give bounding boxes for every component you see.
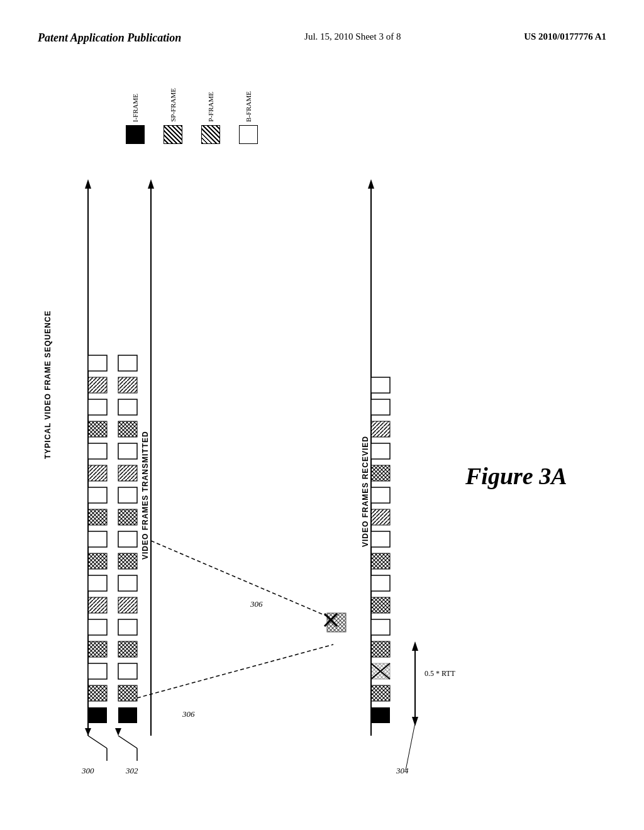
svg-rect-33 (118, 597, 137, 613)
svg-rect-23 (88, 355, 107, 371)
svg-rect-39 (118, 465, 137, 481)
spframe-box (164, 125, 182, 144)
svg-rect-14 (88, 553, 107, 569)
svg-text:VIDEO FRAMES TRANSMITTED: VIDEO FRAMES TRANSMITTED (141, 431, 150, 560)
svg-rect-35 (118, 553, 137, 569)
svg-rect-67 (371, 553, 390, 569)
svg-rect-18 (88, 465, 107, 481)
svg-rect-13 (88, 575, 107, 591)
svg-rect-58 (371, 707, 390, 723)
svg-rect-15 (88, 531, 107, 547)
svg-rect-59 (371, 685, 390, 701)
svg-rect-17 (88, 487, 107, 503)
svg-text:302: 302 (125, 766, 138, 775)
svg-rect-40 (118, 443, 137, 459)
svg-rect-34 (118, 575, 137, 591)
svg-line-3 (88, 736, 107, 748)
legend-item-pframe: P-FRAME (201, 92, 220, 144)
bframe-label: B-FRAME (245, 91, 252, 122)
svg-rect-65 (371, 597, 390, 613)
svg-rect-8 (88, 685, 107, 701)
svg-rect-22 (88, 377, 107, 393)
svg-rect-9 (88, 663, 107, 679)
svg-line-24 (118, 736, 137, 748)
svg-text:Figure 3A: Figure 3A (465, 463, 567, 489)
svg-rect-20 (88, 421, 107, 437)
pframe-box (201, 125, 220, 144)
page-header: Patent Application Publication Jul. 15, … (0, 31, 644, 45)
patent-number: US 2010/0177776 A1 (524, 31, 606, 42)
svg-marker-46 (148, 179, 154, 189)
svg-rect-69 (371, 509, 390, 525)
svg-rect-43 (118, 377, 137, 393)
svg-rect-21 (88, 399, 107, 415)
svg-text:VIDEO FRAMES RECEVIED: VIDEO FRAMES RECEVIED (361, 436, 370, 547)
svg-rect-12 (88, 597, 107, 613)
svg-rect-41 (118, 421, 137, 437)
svg-rect-66 (371, 575, 390, 591)
svg-rect-29 (118, 685, 137, 701)
legend-item-bframe: B-FRAME (239, 91, 258, 144)
svg-rect-44 (118, 355, 137, 371)
iframe-box (126, 125, 145, 144)
svg-line-81 (406, 723, 415, 770)
svg-rect-68 (371, 531, 390, 547)
svg-text:306: 306 (182, 709, 195, 719)
svg-rect-73 (371, 421, 390, 437)
svg-rect-63 (371, 641, 390, 657)
svg-text:0.5 * RTT: 0.5 * RTT (425, 669, 456, 678)
svg-marker-26 (115, 728, 121, 736)
legend-item-spframe: SP-FRAME (164, 88, 182, 144)
svg-rect-28 (118, 707, 137, 723)
svg-text:300: 300 (81, 766, 94, 775)
spframe-label: SP-FRAME (169, 88, 177, 122)
svg-line-53 (137, 645, 333, 698)
svg-rect-64 (371, 619, 390, 635)
svg-rect-42 (118, 399, 137, 415)
publication-title: Patent Application Publication (38, 31, 181, 45)
svg-rect-70 (371, 487, 390, 503)
svg-marker-78 (412, 717, 418, 726)
svg-rect-75 (371, 377, 390, 393)
iframe-label: I-FRAME (131, 94, 139, 122)
svg-rect-36 (118, 531, 137, 547)
svg-rect-19 (88, 443, 107, 459)
svg-marker-77 (412, 641, 418, 651)
svg-rect-37 (118, 509, 137, 525)
svg-rect-74 (371, 399, 390, 415)
svg-rect-16 (88, 509, 107, 525)
svg-rect-72 (371, 443, 390, 459)
legend: I-FRAME SP-FRAME P-FRAME B-FRAME (126, 88, 258, 144)
svg-rect-10 (88, 641, 107, 657)
svg-marker-1 (85, 179, 91, 189)
svg-rect-71 (371, 465, 390, 481)
svg-marker-5 (85, 728, 91, 736)
svg-marker-56 (368, 179, 374, 189)
svg-rect-30 (118, 663, 137, 679)
svg-rect-38 (118, 487, 137, 503)
legend-item-iframe: I-FRAME (126, 94, 145, 144)
svg-text:304: 304 (396, 766, 409, 775)
svg-text:306: 306 (250, 599, 263, 609)
svg-line-48 (151, 541, 327, 616)
pframe-label: P-FRAME (207, 92, 214, 122)
svg-text:TYPICAL VIDEO FRAME SEQUENCE: TYPICAL VIDEO FRAME SEQUENCE (43, 311, 52, 459)
svg-rect-52 (327, 613, 346, 632)
svg-rect-32 (118, 619, 137, 635)
svg-rect-7 (88, 707, 107, 723)
svg-rect-11 (88, 619, 107, 635)
main-diagram: TYPICAL VIDEO FRAME SEQUENCE 300 302 (25, 170, 591, 786)
svg-rect-31 (118, 641, 137, 657)
bframe-box (239, 125, 258, 144)
publication-date-sheet: Jul. 15, 2010 Sheet 3 of 8 (304, 31, 401, 42)
